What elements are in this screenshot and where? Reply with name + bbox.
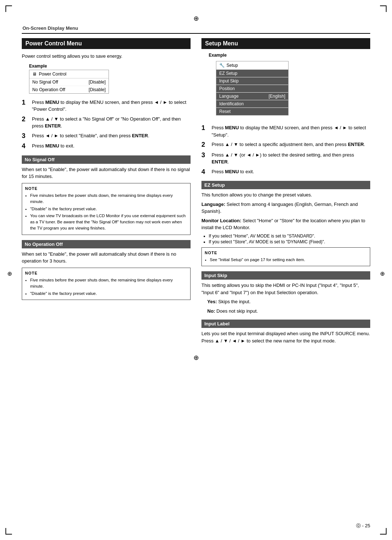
corner-mark-br bbox=[380, 528, 387, 535]
note-item-1-1: Five minutes before the power shuts down… bbox=[30, 192, 187, 205]
ez-setup-header: EZ Setup bbox=[201, 181, 370, 189]
setup-step-text-3: Press ▲ / ▼ (or ◄ / ►) to select the des… bbox=[212, 151, 370, 166]
no-signal-off-description: When set to "Enable", the power will aut… bbox=[22, 166, 191, 180]
note-list-1: Five minutes before the power shuts down… bbox=[25, 192, 187, 232]
right-compass-icon: ⊕ bbox=[380, 270, 385, 277]
setup-row-input-skip: Input Skip bbox=[216, 77, 288, 85]
setup-step-num-4: 4 bbox=[201, 168, 209, 176]
step-num-2: 2 bbox=[22, 115, 29, 130]
setup-row-language: Language [English] bbox=[216, 93, 288, 100]
ez-setup-label: EZ Setup bbox=[219, 71, 237, 76]
setup-step-num-3: 3 bbox=[201, 151, 209, 166]
setup-header-text: Setup bbox=[226, 63, 238, 68]
setup-example: Example 🔧 Setup EZ Setup Input Skip Posi… bbox=[209, 53, 370, 119]
main-divider bbox=[22, 33, 370, 34]
on-screen-display-title: On-Screen Display Menu bbox=[22, 25, 370, 31]
note-list-2: Five minutes before the power shuts down… bbox=[25, 277, 187, 297]
setup-step-num-2: 2 bbox=[201, 141, 209, 149]
setup-row-reset: Reset bbox=[216, 108, 288, 115]
corner-mark-bl bbox=[5, 528, 12, 535]
setup-step-2: 2 Press ▲ / ▼ to select a specific adjus… bbox=[201, 141, 370, 149]
ez-setup-language: Language: Select from among 4 languages … bbox=[201, 201, 370, 215]
identification-label: Identification bbox=[219, 101, 244, 106]
input-skip-yes: Yes: Skips the input. bbox=[201, 298, 370, 305]
setup-step-text-2: Press ▲ / ▼ to select a specific adjustm… bbox=[212, 141, 370, 149]
top-compass-icon: ⊕ bbox=[22, 15, 370, 23]
language-label-row: Language bbox=[219, 94, 238, 99]
power-control-intro: Power control setting allows you to save… bbox=[22, 53, 191, 60]
input-skip-description: This setting allows you to skip the HDMI… bbox=[201, 282, 370, 296]
input-skip-no: No: Does not skip input. bbox=[201, 308, 370, 315]
step-num-3: 3 bbox=[22, 132, 29, 140]
step-text-1: Press MENU to display the MENU screen, a… bbox=[32, 99, 191, 113]
setup-step-3: 3 Press ▲ / ▼ (or ◄ / ►) to select the d… bbox=[201, 151, 370, 166]
no-signal-label: No Signal Off bbox=[32, 80, 58, 85]
step-3: 3 Press ◄ / ► to select "Enable", and th… bbox=[22, 132, 191, 140]
no-operation-off-header: No Operation Off bbox=[22, 240, 191, 248]
power-control-steps: 1 Press MENU to display the MENU screen,… bbox=[22, 99, 191, 150]
example-header: 🖥 Power Control bbox=[29, 70, 109, 78]
monitor-icon: 🖥 bbox=[32, 72, 37, 77]
example-label-left: Example bbox=[29, 64, 191, 69]
step-text-2: Press ▲ / ▼ to select a "No Signal Off" … bbox=[32, 115, 191, 130]
note-item-2-2: "Disable" is the factory preset value. bbox=[30, 291, 187, 297]
no-operation-off-description: When set to "Enable", the power will aut… bbox=[22, 251, 191, 265]
page-number: ⓪ - 25 bbox=[356, 523, 370, 529]
example-row-no-operation: No Operation Off [Disable] bbox=[29, 86, 109, 93]
position-label: Position bbox=[219, 86, 235, 91]
setup-steps: 1 Press MENU to display the MENU screen,… bbox=[201, 124, 370, 176]
power-control-column: Power Control Menu Power control setting… bbox=[22, 38, 191, 303]
setup-example-box: 🔧 Setup EZ Setup Input Skip Position Lan… bbox=[216, 61, 289, 115]
power-control-example: Example 🖥 Power Control No Signal Off [D… bbox=[29, 64, 191, 94]
power-control-header: Power Control Menu bbox=[22, 38, 191, 49]
step-4: 4 Press MENU to exit. bbox=[22, 142, 191, 150]
note-label-3: NOTE bbox=[205, 250, 367, 256]
note-list-3: See "Initial Setup" on page 17 for setti… bbox=[205, 257, 367, 263]
step-1: 1 Press MENU to display the MENU screen,… bbox=[22, 99, 191, 113]
no-operation-label: No Operation Off bbox=[32, 87, 65, 92]
setup-icon: 🔧 bbox=[219, 63, 225, 68]
setup-row-position: Position bbox=[216, 85, 288, 93]
setup-row-identification: Identification bbox=[216, 100, 288, 108]
setup-step-text-4: Press MENU to exit. bbox=[212, 168, 370, 176]
input-skip-label: Input Skip bbox=[219, 78, 238, 84]
ez-setup-note: NOTE See "Initial Setup" on page 17 for … bbox=[201, 247, 370, 267]
reset-label: Reset bbox=[219, 109, 230, 114]
setup-step-text-1: Press MENU to display the MENU screen, a… bbox=[212, 124, 370, 138]
setup-step-4: 4 Press MENU to exit. bbox=[201, 168, 370, 176]
setup-example-header: 🔧 Setup bbox=[216, 61, 288, 70]
step-num-1: 1 bbox=[22, 99, 29, 113]
example-row-no-signal: No Signal Off [Disable] bbox=[29, 78, 109, 86]
corner-mark-tl bbox=[5, 5, 12, 12]
no-operation-off-note: NOTE Five minutes before the power shuts… bbox=[22, 268, 191, 300]
note-item-1-3: You can view TV broadcasts on the LCD Mo… bbox=[30, 213, 187, 232]
input-label-description: Lets you set the input terminal displaye… bbox=[201, 330, 370, 344]
step-text-4: Press MENU to exit. bbox=[32, 142, 191, 150]
ez-bullet-2: If you select "Store", AV MODE is set to… bbox=[209, 239, 370, 244]
example-label-right: Example bbox=[209, 53, 370, 58]
bottom-compass-icon: ⊕ bbox=[22, 354, 370, 362]
input-label-header: Input Label bbox=[201, 320, 370, 328]
setup-menu-header: Setup Menu bbox=[201, 38, 370, 49]
setup-step-num-1: 1 bbox=[201, 124, 209, 138]
corner-mark-tr bbox=[380, 5, 387, 12]
ez-setup-bullets: If you select "Home", AV MODE is set to … bbox=[201, 234, 370, 244]
note-item-3-1: See "Initial Setup" on page 17 for setti… bbox=[210, 257, 367, 263]
ez-bullet-1: If you select "Home", AV MODE is set to … bbox=[209, 234, 370, 239]
left-compass-icon: ⊕ bbox=[7, 270, 12, 277]
example-header-text: Power Control bbox=[39, 72, 66, 77]
setup-step-1: 1 Press MENU to display the MENU screen,… bbox=[201, 124, 370, 138]
language-value: [English] bbox=[269, 94, 285, 99]
ez-setup-monitor-location: Monitor Location: Select "Home" or "Stor… bbox=[201, 217, 370, 231]
power-control-example-box: 🖥 Power Control No Signal Off [Disable] … bbox=[29, 70, 109, 94]
note-item-2-1: Five minutes before the power shuts down… bbox=[30, 277, 187, 290]
step-text-3: Press ◄ / ► to select "Enable", and then… bbox=[32, 132, 191, 140]
no-operation-value: [Disable] bbox=[89, 87, 106, 92]
setup-menu-column: Setup Menu Example 🔧 Setup EZ Setup Inpu… bbox=[201, 38, 370, 346]
step-2: 2 Press ▲ / ▼ to select a "No Signal Off… bbox=[22, 115, 191, 130]
no-signal-value: [Disable] bbox=[89, 80, 106, 85]
no-signal-off-note: NOTE Five minutes before the power shuts… bbox=[22, 183, 191, 235]
input-skip-header: Input Skip bbox=[201, 271, 370, 280]
note-item-1-2: "Disable" is the factory preset value. bbox=[30, 206, 187, 212]
note-label-1: NOTE bbox=[25, 186, 187, 192]
